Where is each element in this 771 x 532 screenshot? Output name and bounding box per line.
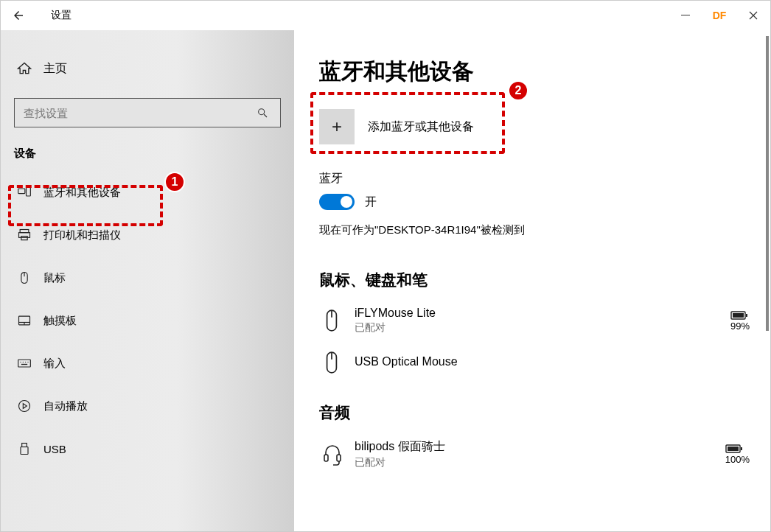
sidebar-item-typing[interactable]: 输入 bbox=[1, 342, 294, 385]
minimize-button[interactable] bbox=[669, 1, 702, 30]
bluetooth-state: 开 bbox=[365, 195, 377, 210]
search-box[interactable] bbox=[14, 98, 281, 127]
headset-icon bbox=[322, 444, 355, 466]
svg-rect-13 bbox=[18, 360, 31, 367]
group-title-mkb: 鼠标、键盘和笔 bbox=[319, 270, 753, 290]
svg-rect-30 bbox=[337, 455, 341, 461]
svg-point-15 bbox=[23, 362, 24, 363]
sidebar-item-mouse[interactable]: 鼠标 bbox=[1, 256, 294, 299]
device-row[interactable]: bilipods 假面骑士 已配对 100% bbox=[319, 433, 753, 480]
scrollbar[interactable] bbox=[766, 36, 769, 331]
devices-icon bbox=[17, 185, 43, 200]
svg-rect-20 bbox=[22, 444, 27, 447]
svg-rect-25 bbox=[733, 313, 744, 318]
sidebar-item-label: 鼠标 bbox=[43, 271, 66, 285]
arrow-left-icon bbox=[12, 9, 25, 22]
usb-icon bbox=[17, 441, 43, 456]
sidebar-item-label: 蓝牙和其他设备 bbox=[43, 186, 121, 200]
titlebar: 设置 DF bbox=[1, 1, 770, 30]
annotation-badge-1: 1 bbox=[164, 172, 185, 192]
svg-rect-21 bbox=[21, 447, 28, 455]
bluetooth-label: 蓝牙 bbox=[319, 171, 753, 186]
sidebar-item-label: USB bbox=[43, 443, 66, 455]
search-icon bbox=[257, 107, 271, 119]
svg-line-2 bbox=[264, 114, 267, 117]
sidebar-item-label: 触摸板 bbox=[43, 314, 77, 328]
annotation-badge-2: 2 bbox=[508, 80, 528, 101]
add-device-label: 添加蓝牙或其他设备 bbox=[368, 119, 474, 135]
minimize-icon bbox=[681, 11, 690, 20]
home-item[interactable]: 主页 bbox=[1, 52, 294, 85]
search-input[interactable] bbox=[24, 107, 257, 119]
page-title: 蓝牙和其他设备 bbox=[319, 57, 753, 87]
sidebar-item-touchpad[interactable]: 触摸板 bbox=[1, 299, 294, 342]
mouse-icon bbox=[17, 270, 43, 285]
svg-rect-33 bbox=[741, 447, 742, 450]
sidebar-item-bluetooth[interactable]: 蓝牙和其他设备 bbox=[1, 171, 294, 214]
keyboard-icon bbox=[17, 356, 43, 371]
svg-rect-5 bbox=[20, 230, 29, 233]
sidebar-item-usb[interactable]: USB bbox=[1, 427, 294, 470]
category-header: 设备 bbox=[1, 144, 294, 171]
device-row[interactable]: USB Optical Mouse bbox=[319, 345, 753, 385]
svg-point-1 bbox=[259, 109, 265, 115]
svg-rect-26 bbox=[746, 314, 747, 317]
svg-rect-18 bbox=[21, 364, 27, 365]
sidebar-item-autoplay[interactable]: 自动播放 bbox=[1, 385, 294, 427]
battery-icon bbox=[725, 444, 750, 454]
svg-point-16 bbox=[25, 362, 26, 363]
sidebar-item-label: 输入 bbox=[43, 357, 66, 371]
home-label: 主页 bbox=[43, 61, 67, 77]
mouse-icon bbox=[322, 309, 355, 332]
svg-rect-0 bbox=[681, 15, 690, 15]
autoplay-icon bbox=[17, 399, 43, 413]
back-button[interactable] bbox=[1, 1, 36, 30]
touchpad-icon bbox=[17, 313, 43, 328]
svg-rect-32 bbox=[728, 447, 739, 451]
device-battery: 100% bbox=[725, 444, 750, 465]
svg-point-19 bbox=[19, 401, 30, 412]
device-name: USB Optical Mouse bbox=[355, 355, 750, 368]
sidebar-item-label: 自动播放 bbox=[43, 399, 88, 413]
device-name: bilipods 假面骑士 bbox=[355, 439, 725, 455]
svg-rect-29 bbox=[324, 455, 328, 461]
home-icon bbox=[17, 61, 43, 76]
device-status: 已配对 bbox=[355, 456, 725, 469]
battery-icon bbox=[730, 310, 750, 321]
svg-rect-4 bbox=[27, 187, 31, 196]
discoverable-text: 现在可作为"DESKTOP-34R1I94"被检测到 bbox=[319, 223, 753, 237]
plus-icon: + bbox=[319, 109, 355, 144]
device-battery: 99% bbox=[730, 310, 750, 332]
content-area: 蓝牙和其他设备 + 添加蓝牙或其他设备 蓝牙 开 现在可作为"DESKTOP-3… bbox=[294, 30, 770, 531]
sidebar-item-printers[interactable]: 打印机和扫描仪 bbox=[1, 214, 294, 256]
close-icon bbox=[749, 11, 758, 20]
bluetooth-toggle[interactable] bbox=[319, 194, 355, 210]
svg-point-14 bbox=[20, 362, 21, 363]
printer-icon bbox=[17, 228, 43, 242]
add-device-button[interactable]: + 添加蓝牙或其他设备 bbox=[319, 109, 474, 144]
sidebar-item-label: 打印机和扫描仪 bbox=[43, 228, 121, 242]
group-title-audio: 音频 bbox=[319, 402, 753, 423]
svg-point-17 bbox=[27, 362, 28, 363]
device-status: 已配对 bbox=[355, 321, 730, 335]
close-button[interactable] bbox=[736, 1, 770, 30]
window-title: 设置 bbox=[36, 9, 71, 22]
device-row[interactable]: iFLYMouse Lite 已配对 99% bbox=[319, 301, 753, 345]
user-badge[interactable]: DF bbox=[702, 10, 736, 21]
svg-rect-6 bbox=[19, 233, 30, 238]
sidebar: 主页 设备 蓝牙和其他设备 打印机和扫描仪 bbox=[1, 30, 294, 531]
mouse-icon bbox=[322, 351, 355, 374]
svg-rect-7 bbox=[21, 237, 27, 240]
device-name: iFLYMouse Lite bbox=[355, 307, 730, 320]
svg-rect-3 bbox=[18, 189, 25, 194]
